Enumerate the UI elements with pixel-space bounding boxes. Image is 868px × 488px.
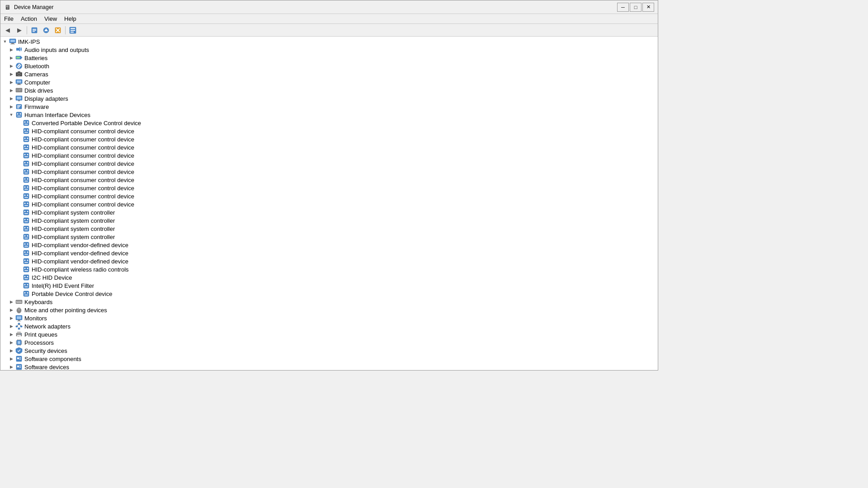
hid-child-converted[interactable]: ▶ Converted Portable Device Control devi… [0, 119, 658, 127]
computer-item[interactable]: ▶ Computer [0, 78, 658, 86]
computer-label: Computer [24, 79, 50, 86]
svg-point-88 [27, 203, 28, 204]
mice-label: Mice and other pointing devices [24, 307, 107, 314]
scan-button[interactable] [67, 25, 78, 35]
audio-item[interactable]: ▶ Audio inputs and outputs [0, 46, 658, 54]
software-components-item[interactable]: ▶ Software components [0, 355, 658, 363]
svg-rect-85 [24, 197, 28, 198]
security-expander: ▶ [8, 347, 15, 354]
mice-item[interactable]: ▶ Mice and other pointing devices [0, 306, 658, 314]
hid-vendor-label-3: HID-compliant vendor-defined device [32, 258, 128, 265]
hid-i2c-icon [22, 273, 30, 282]
display-expander: ▶ [8, 95, 15, 102]
hid-device-icon-6 [22, 160, 30, 168]
svg-point-76 [27, 178, 28, 180]
svg-rect-73 [24, 173, 28, 174]
hid-portable[interactable]: ▶ Portable Device Control device [0, 290, 658, 298]
computer-expander: ▶ [8, 79, 15, 86]
minimize-button[interactable]: ─ [617, 3, 629, 12]
hid-child-9[interactable]: ▶ HID-compliant consumer control device [0, 192, 658, 200]
hid-sys-icon-4 [22, 233, 30, 241]
svg-rect-122 [24, 275, 29, 280]
device-tree[interactable]: ▼ IMK-IPS ▶ Au [0, 37, 658, 370]
hid-intel[interactable]: ▶ Intel(R) HID Event Filter [0, 282, 658, 290]
svg-rect-136 [18, 301, 19, 302]
svg-rect-134 [16, 300, 22, 304]
print-item[interactable]: ▶ Print queues [0, 330, 658, 338]
hid-child-1[interactable]: ▶ HID-compliant consumer control device [0, 127, 658, 135]
svg-rect-159 [18, 336, 19, 337]
cameras-item[interactable]: ▶ Cameras [0, 70, 658, 78]
maximize-button[interactable]: □ [630, 3, 642, 12]
back-button[interactable]: ◀ [2, 25, 13, 35]
svg-point-87 [24, 203, 26, 204]
svg-point-108 [27, 244, 28, 245]
hid-vendor-1[interactable]: ▶ HID-compliant vendor-defined device [0, 241, 658, 249]
monitors-item[interactable]: ▶ Monitors [0, 314, 658, 322]
svg-rect-156 [17, 332, 21, 333]
network-item[interactable]: ▶ Network adapters [0, 322, 658, 330]
hid-vendor-2[interactable]: ▶ HID-compliant vendor-defined device [0, 249, 658, 257]
hid-child-4[interactable]: ▶ HID-compliant consumer control device [0, 151, 658, 160]
security-item[interactable]: ▶ Security devices [0, 347, 658, 355]
hid-child-2[interactable]: ▶ HID-compliant consumer control device [0, 135, 658, 143]
menu-file[interactable]: File [0, 14, 17, 23]
forward-button[interactable]: ▶ [14, 25, 25, 35]
display-label: Display adapters [24, 95, 68, 102]
hid-sys-label-2: HID-compliant system controller [32, 217, 115, 224]
computer-icon [9, 38, 17, 46]
svg-point-60 [27, 146, 28, 147]
hid-vendor-3[interactable]: ▶ HID-compliant vendor-defined device [0, 257, 658, 265]
hid-child-8[interactable]: ▶ HID-compliant consumer control device [0, 184, 658, 192]
software-devices-item[interactable]: ▶ Software devices [0, 363, 658, 370]
svg-rect-86 [24, 202, 29, 207]
svg-rect-17 [16, 48, 18, 51]
hid-child-10[interactable]: ▶ HID-compliant consumer control device [0, 200, 658, 208]
processors-expander: ▶ [8, 339, 15, 346]
svg-rect-114 [24, 258, 29, 264]
hid-sys-1[interactable]: ▶ HID-compliant system controller [0, 208, 658, 216]
hid-ccd-label-6: HID-compliant consumer control device [32, 169, 134, 175]
close-button[interactable]: ✕ [642, 3, 654, 12]
svg-rect-39 [17, 105, 21, 106]
svg-rect-20 [16, 57, 20, 59]
svg-rect-10 [71, 28, 75, 29]
disk-label: Disk drives [24, 87, 53, 94]
menu-view[interactable]: View [41, 14, 61, 23]
hid-child-5[interactable]: ▶ HID-compliant consumer control device [0, 160, 658, 168]
hid-i2c[interactable]: ▶ I2C HID Device [0, 273, 658, 282]
root-node[interactable]: ▼ IMK-IPS [0, 38, 658, 46]
processors-item[interactable]: ▶ Proces [0, 338, 658, 347]
hid-device-icon-5 [22, 151, 30, 160]
security-label: Security devices [24, 347, 67, 354]
hid-sys-4[interactable]: ▶ HID-compliant system controller [0, 233, 658, 241]
hid-sys-label-1: HID-compliant system controller [32, 209, 115, 216]
update-driver-button[interactable] [41, 25, 52, 35]
batteries-item[interactable]: ▶ Batteries [0, 54, 658, 62]
hid-child-6[interactable]: ▶ HID-compliant consumer control device [0, 168, 658, 176]
print-expander: ▶ [8, 331, 15, 338]
keyboards-item[interactable]: ▶ Keyboards [0, 298, 658, 306]
uninstall-button[interactable] [52, 25, 63, 35]
bluetooth-item[interactable]: ▶ Bluetooth [0, 62, 658, 70]
hid-child-3[interactable]: ▶ HID-compliant consumer control device [0, 143, 658, 151]
hid-sys-2[interactable]: ▶ HID-compliant system controller [0, 216, 658, 225]
menu-help[interactable]: Help [61, 14, 80, 23]
disk-item[interactable]: ▶ Disk drives [0, 86, 658, 94]
hid-child-7[interactable]: ▶ HID-compliant consumer control device [0, 176, 658, 184]
svg-rect-74 [24, 177, 29, 183]
hid-wireless[interactable]: ▶ HID-compliant wireless radio controls [0, 265, 658, 273]
svg-point-79 [24, 187, 26, 188]
svg-point-111 [24, 252, 26, 253]
menu-action[interactable]: Action [17, 14, 41, 23]
hid-sys-3[interactable]: ▶ HID-compliant system controller [0, 225, 658, 233]
hid-ccd-label-5: HID-compliant consumer control device [32, 160, 134, 167]
svg-rect-12 [71, 32, 74, 33]
software-devices-expander: ▶ [8, 363, 15, 370]
hid-item[interactable]: ▼ Human Interface Devices [0, 111, 658, 119]
firmware-item[interactable]: ▶ Firmware [0, 103, 658, 111]
display-item[interactable]: ▶ Display adapters [0, 94, 658, 103]
svg-point-92 [27, 211, 28, 212]
properties-button[interactable] [29, 25, 40, 35]
keyboards-expander: ▶ [8, 298, 15, 305]
